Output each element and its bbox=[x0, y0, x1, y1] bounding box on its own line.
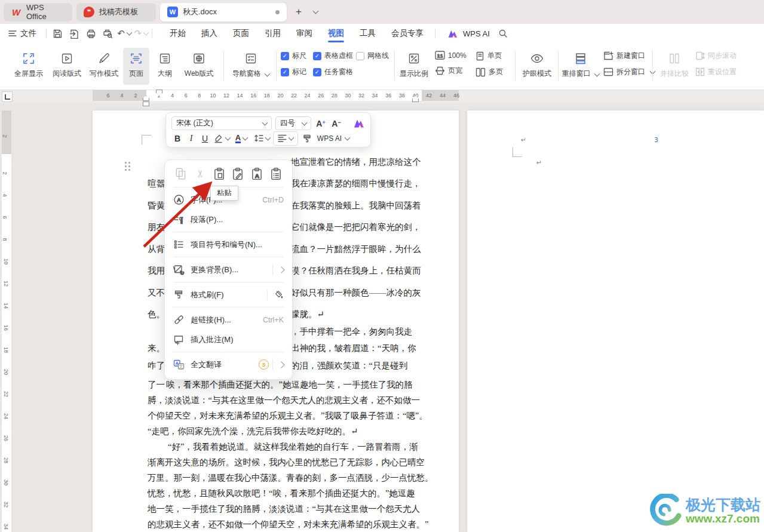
menu-item-change-background[interactable]: ↻ 更换背景(B)... bbox=[165, 260, 292, 279]
tab-list-chevron[interactable] bbox=[306, 4, 322, 20]
document-text-line: 从背 bbox=[148, 243, 165, 255]
decrease-font-button[interactable]: A− bbox=[330, 117, 342, 130]
menu-tools[interactable]: 工具 bbox=[352, 24, 383, 43]
painter-bucket-icon[interactable] bbox=[274, 290, 284, 300]
toggle-table-gridlines[interactable]: ✓表格虚框 bbox=[313, 51, 353, 61]
menu-item-paragraph[interactable]: ¶ 段落(P)... bbox=[165, 210, 292, 229]
wps-ai-label[interactable]: WPS AI bbox=[463, 29, 490, 38]
svg-text:↻: ↻ bbox=[180, 270, 185, 276]
fullscreen-button[interactable]: 全屏显示 bbox=[11, 48, 47, 85]
menu-reference[interactable]: 引用 bbox=[257, 24, 289, 43]
print-button[interactable] bbox=[84, 26, 98, 41]
wps-ai-menu-button[interactable]: WPS AI bbox=[316, 132, 351, 145]
print-icon bbox=[86, 29, 96, 39]
paragraph-drag-handle[interactable] bbox=[125, 162, 130, 171]
underline-button[interactable]: U bbox=[199, 132, 211, 145]
svg-text:1:1: 1:1 bbox=[437, 54, 443, 58]
undo-dropdown-chevron[interactable] bbox=[126, 30, 132, 36]
page-mode-button[interactable]: 页面 bbox=[123, 48, 149, 85]
menu-view[interactable]: 视图 bbox=[320, 24, 352, 43]
document-text-line: 个仰望天空，对未来充满希望的乐观主义者。”我吸了吸鼻子答道：“嗯”。 bbox=[148, 410, 428, 422]
paste-icon[interactable] bbox=[213, 167, 226, 180]
line-spacing-button[interactable] bbox=[252, 132, 271, 145]
document-page-2[interactable]: ↵ ↵ 3 bbox=[467, 110, 764, 532]
search-icon[interactable] bbox=[498, 29, 508, 38]
vertical-ruler[interactable]: 2246810121416182022242628303234 bbox=[2, 110, 11, 532]
zoom-100-button[interactable]: 1:1 100% bbox=[435, 51, 467, 60]
tab-wps-office-home[interactable]: W WPS Office bbox=[4, 3, 72, 21]
bullets-numbering-icon bbox=[173, 239, 185, 250]
bold-button[interactable]: B bbox=[171, 132, 183, 145]
font-name-select[interactable]: 宋体 (正文) bbox=[171, 116, 272, 130]
menu-home[interactable]: 开始 bbox=[162, 24, 194, 43]
paste-text-icon[interactable]: A bbox=[250, 167, 263, 180]
menu-item-full-text-translate[interactable]: A文 全文翻译 S bbox=[165, 355, 292, 374]
menu-review[interactable]: 审阅 bbox=[289, 24, 320, 43]
menu-page[interactable]: 页面 bbox=[225, 24, 257, 43]
rearrange-windows-button[interactable]: 重排窗口 bbox=[562, 48, 600, 85]
single-page-button[interactable]: 单页 bbox=[475, 51, 503, 61]
left-indent-marker[interactable] bbox=[143, 102, 149, 106]
tab-docer-templates[interactable]: ❞ 找稿壳模板 bbox=[76, 3, 156, 21]
menu-bar: 文件 ↶ ↷ 开始 插入 页面 引用 审阅 视图 工具 会员专享 WPS AI bbox=[0, 24, 764, 43]
new-tab-button[interactable]: + bbox=[291, 4, 306, 20]
split-window-button[interactable]: 拆分窗口 bbox=[603, 67, 655, 77]
watermark-site-url: www.xz7.com bbox=[686, 512, 760, 525]
menu-member[interactable]: 会员专享 bbox=[383, 24, 431, 43]
paste-list-icon[interactable] bbox=[269, 167, 283, 180]
hamburger-icon bbox=[8, 30, 17, 37]
increase-font-button[interactable]: A+ bbox=[315, 117, 327, 130]
page-note-number: 3 bbox=[654, 136, 658, 144]
align-button[interactable] bbox=[273, 131, 298, 146]
italic-button[interactable]: I bbox=[185, 132, 197, 145]
view-ribbon: 全屏显示 阅读版式 写作模式 页面 大纲 Web版式 导航窗格 ✓标 bbox=[0, 43, 764, 90]
wps-ai-logo-icon bbox=[447, 29, 458, 38]
fit-width-button[interactable]: 页宽 bbox=[435, 66, 467, 76]
write-mode-button[interactable]: 写作模式 bbox=[86, 48, 122, 85]
tab-label: 秋天.docx bbox=[183, 7, 217, 17]
reset-position-icon bbox=[695, 67, 705, 76]
menu-item-hyperlink[interactable]: 超链接(H)... Ctrl+K bbox=[165, 310, 292, 330]
multi-page-button[interactable]: 多页 bbox=[475, 67, 503, 77]
undo-button[interactable]: ↶ bbox=[117, 26, 131, 41]
menu-insert[interactable]: 插入 bbox=[194, 24, 225, 43]
save-button[interactable] bbox=[50, 26, 65, 41]
document-text-line: 渐离开这失意的场所。这时候，我内心里的忧愁已了无踪影，内心已晴空 bbox=[148, 456, 425, 468]
menu-item-bullets-numbering[interactable]: 项目符号和编号(N)... bbox=[165, 235, 292, 254]
wps-ai-logo-icon[interactable] bbox=[353, 118, 365, 128]
redo-dropdown-chevron[interactable] bbox=[143, 30, 149, 36]
file-menu[interactable]: 文件 bbox=[0, 28, 42, 39]
eye-protection-button[interactable]: 护眼模式 bbox=[520, 48, 554, 85]
horizontal-ruler[interactable]: 6422468101214161820222426283032343638404… bbox=[0, 90, 764, 103]
tab-stop-selector[interactable] bbox=[2, 91, 13, 102]
generated-text: 28 bbox=[332, 93, 337, 99]
zoom-ratio-button[interactable]: 显示比例 bbox=[398, 48, 430, 85]
toggle-markup[interactable]: ✓标记 bbox=[281, 67, 306, 77]
toggle-task-pane[interactable]: ✓任务窗格 bbox=[313, 67, 353, 77]
highlight-color-button[interactable] bbox=[213, 132, 231, 145]
font-color-button[interactable]: A bbox=[232, 132, 250, 145]
tab-document-qiutian[interactable]: W 秋天.docx bbox=[160, 3, 287, 21]
generated-text: 2 bbox=[2, 171, 8, 174]
web-layout-button[interactable]: Web版式 bbox=[179, 48, 219, 85]
redo-button[interactable]: ↷ bbox=[134, 26, 148, 41]
font-size-select[interactable]: 四号 bbox=[275, 116, 311, 130]
menu-item-format-painter[interactable]: 格式刷(F) bbox=[165, 285, 292, 305]
watermark: 极光下载站 www.xz7.com bbox=[649, 494, 760, 528]
document-text-line: 膊，淡淡说道：“与其在这里做一个怨天尤人的悲观主义者，还不如做一 bbox=[148, 394, 420, 406]
toggle-ruler[interactable]: ✓标尺 bbox=[281, 51, 306, 61]
menu-item-insert-comment[interactable]: 插入批注(M) bbox=[165, 330, 292, 349]
toggle-grid[interactable]: 网格线 bbox=[356, 51, 389, 61]
new-window-button[interactable]: 新建窗口 bbox=[603, 51, 655, 61]
side-compare-icon bbox=[668, 52, 681, 65]
print-preview-button[interactable] bbox=[100, 26, 115, 41]
outline-button[interactable]: 大纲 bbox=[152, 48, 178, 85]
paste-format-icon[interactable] bbox=[231, 167, 244, 180]
page-mode-icon bbox=[130, 52, 143, 65]
export-pdf-button[interactable] bbox=[67, 26, 81, 41]
generated-text: 20 bbox=[3, 369, 9, 375]
nav-pane-button[interactable]: 导航窗格 bbox=[227, 48, 275, 85]
generated-text: 34 bbox=[372, 93, 378, 99]
format-painter-button[interactable] bbox=[300, 132, 314, 145]
read-mode-button[interactable]: 阅读版式 bbox=[49, 48, 85, 85]
